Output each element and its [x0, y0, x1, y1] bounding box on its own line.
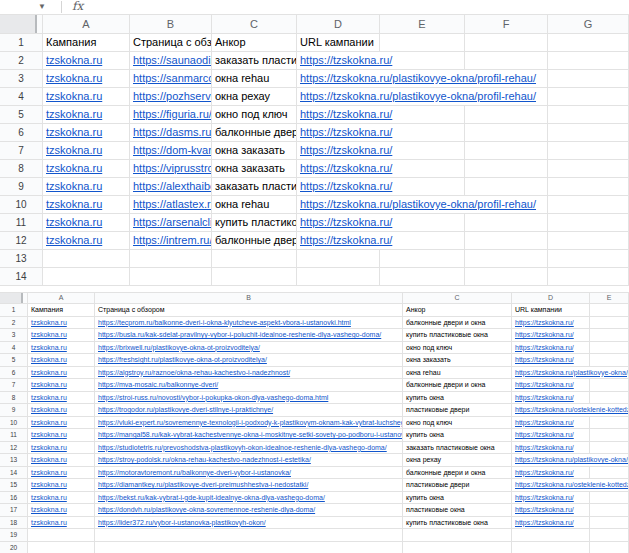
- bottom-cell-link-text[interactable]: https://mva-mosaic.ru/balkonnye-dveri/: [98, 381, 218, 388]
- bottom-cell-C15[interactable]: пластиковые двери: [403, 479, 512, 492]
- bottom-cell-link-text[interactable]: tzskokna.ru: [31, 369, 67, 376]
- top-cell-D4[interactable]: https://tzskokna.ru/plastikovye-okna/pro…: [297, 88, 548, 106]
- bottom-cell-A20[interactable]: [28, 542, 95, 553]
- top-cell-D13[interactable]: [297, 250, 380, 268]
- bottom-cell-B9[interactable]: https://trogodor.ru/plastikovye-dveri-st…: [95, 404, 403, 417]
- bottom-cell-A12[interactable]: tzskokna.ru: [28, 442, 95, 455]
- top-cell-link-text[interactable]: tzskokna.ru: [46, 144, 102, 156]
- top-cell-C12[interactable]: балконные двер: [212, 232, 297, 250]
- bottom-cell-B20[interactable]: [95, 542, 403, 553]
- top-cell-F7[interactable]: [465, 142, 548, 160]
- bottom-cell-link-text[interactable]: https://busla.ru/kak-sdelat-pravilnyy-vy…: [98, 331, 381, 338]
- bottom-cell-A10[interactable]: tzskokna.ru: [28, 417, 95, 430]
- bottom-cell-link-text[interactable]: https://diamantkey.ru/plastikovye-dveri-…: [98, 481, 308, 488]
- bottom-column-header-E[interactable]: E: [590, 293, 629, 304]
- top-cell-E13[interactable]: [380, 250, 465, 268]
- bottom-cell-link-text[interactable]: https://motoravtoremont.ru/balkonnye-dve…: [98, 469, 291, 476]
- bottom-cell-E12[interactable]: [590, 442, 629, 455]
- bottom-cell-link-text[interactable]: https://mangal58.ru/kak-vybrat-kachestve…: [98, 431, 403, 438]
- top-cell-link-text[interactable]: https://tzskokna.ru/: [300, 180, 392, 192]
- top-cell-C2[interactable]: заказать пласти: [212, 52, 297, 70]
- bottom-cell-A7[interactable]: tzskokna.ru: [28, 379, 95, 392]
- bottom-cell-link-text[interactable]: https://tzskokna.ru/: [515, 444, 574, 451]
- bottom-row-header-7[interactable]: 7: [0, 379, 28, 392]
- bottom-column-header-A[interactable]: A: [28, 293, 95, 304]
- top-cell-link-text[interactable]: https://tzskokna.ru/: [300, 162, 392, 174]
- bottom-cell-B11[interactable]: https://mangal58.ru/kak-vybrat-kachestve…: [95, 429, 403, 442]
- bottom-cell-A6[interactable]: tzskokna.ru: [28, 367, 95, 380]
- bottom-cell-link-text[interactable]: https://dondvh.ru/plastikovye-okna-sovre…: [98, 506, 315, 513]
- top-cell-G6[interactable]: [548, 124, 629, 142]
- top-cell-A12[interactable]: tzskokna.ru: [43, 232, 130, 250]
- top-cell-F13[interactable]: [465, 250, 548, 268]
- bottom-column-header-D[interactable]: D: [512, 293, 590, 304]
- bottom-row-header-10[interactable]: 10: [0, 417, 28, 430]
- top-cell-link-text[interactable]: https://tzskokna.ru/: [300, 108, 392, 120]
- bottom-cell-A16[interactable]: tzskokna.ru: [28, 492, 95, 505]
- top-cell-B11[interactable]: https://arsenalcli: [130, 214, 212, 232]
- bottom-column-header-B[interactable]: B: [95, 293, 403, 304]
- bottom-cell-D11[interactable]: https://tzskokna.ru/: [512, 429, 590, 442]
- bottom-select-all-corner[interactable]: [0, 293, 28, 304]
- top-cell-G13[interactable]: [548, 250, 629, 268]
- bottom-cell-E19[interactable]: [590, 529, 629, 542]
- top-cell-link-text[interactable]: https://tzskokna.ru/plastikovye-okna/pro…: [300, 90, 536, 102]
- top-cell-B2[interactable]: https://saunaodis: [130, 52, 212, 70]
- bottom-cell-A1[interactable]: Кампания: [28, 304, 95, 317]
- top-cell-C11[interactable]: купить пластико: [212, 214, 297, 232]
- top-cell-link-text[interactable]: https://atlastex.ru: [133, 198, 212, 210]
- top-cell-D12[interactable]: https://tzskokna.ru/: [297, 232, 465, 250]
- top-cell-A2[interactable]: tzskokna.ru: [43, 52, 130, 70]
- bottom-cell-C16[interactable]: купить окна: [403, 492, 512, 505]
- top-cell-link-text[interactable]: tzskokna.ru: [46, 90, 102, 102]
- bottom-cell-B18[interactable]: https://lider372.ru/vybor-i-ustanovka-pl…: [95, 517, 403, 530]
- bottom-cell-link-text[interactable]: tzskokna.ru: [31, 331, 67, 338]
- top-cell-F12[interactable]: [465, 232, 548, 250]
- bottom-row-header-11[interactable]: 11: [0, 429, 28, 442]
- bottom-cell-C4[interactable]: окно под ключ: [403, 342, 512, 355]
- bottom-cell-link-text[interactable]: https://tzskokna.ru/: [515, 419, 574, 426]
- bottom-cell-B17[interactable]: https://dondvh.ru/plastikovye-okna-sovre…: [95, 504, 403, 517]
- bottom-cell-B8[interactable]: https://stroi-russ.ru/novosti/vybor-i-po…: [95, 392, 403, 405]
- top-cell-F6[interactable]: [465, 124, 548, 142]
- top-cell-link-text[interactable]: tzskokna.ru: [46, 126, 102, 138]
- bottom-cell-link-text[interactable]: tzskokna.ru: [31, 506, 67, 513]
- top-cell-C14[interactable]: [212, 268, 297, 286]
- top-cell-C5[interactable]: окно под ключ: [212, 106, 297, 124]
- top-cell-F2[interactable]: [465, 52, 548, 70]
- top-cell-D7[interactable]: https://tzskokna.ru/: [297, 142, 465, 160]
- top-cell-D14[interactable]: [297, 268, 380, 286]
- top-cell-link-text[interactable]: https://tzskokna.ru/: [300, 216, 392, 228]
- bottom-cell-D1[interactable]: URL кампании: [512, 304, 590, 317]
- bottom-cell-link-text[interactable]: https://trogodor.ru/plastikovye-dveri-st…: [98, 406, 273, 413]
- bottom-cell-A8[interactable]: tzskokna.ru: [28, 392, 95, 405]
- top-cell-link-text[interactable]: https://tzskokna.ru/plastikovye-okna/pro…: [300, 198, 536, 210]
- bottom-cell-D13[interactable]: https://tzskokna.ru/plastikovye-okna/pro…: [512, 454, 629, 467]
- bottom-row-header-17[interactable]: 17: [0, 504, 28, 517]
- top-cell-link-text[interactable]: https://sanmarco: [133, 72, 212, 84]
- top-cell-G5[interactable]: [548, 106, 629, 124]
- top-cell-C8[interactable]: окна заказать: [212, 160, 297, 178]
- top-row-header-8[interactable]: 8: [0, 160, 43, 178]
- bottom-cell-C7[interactable]: балконные двери и окна: [403, 379, 512, 392]
- top-row-header-4[interactable]: 4: [0, 88, 43, 106]
- bottom-cell-C8[interactable]: купить окна: [403, 392, 512, 405]
- top-cell-G8[interactable]: [548, 160, 629, 178]
- bottom-cell-E5[interactable]: [590, 354, 629, 367]
- bottom-cell-E11[interactable]: [590, 429, 629, 442]
- top-cell-A10[interactable]: tzskokna.ru: [43, 196, 130, 214]
- bottom-cell-E14[interactable]: [590, 467, 629, 480]
- top-cell-link-text[interactable]: https://pozhservi: [133, 90, 212, 102]
- bottom-cell-link-text[interactable]: https://tzskokna.ru/: [515, 331, 574, 338]
- bottom-cell-link-text[interactable]: https://tzskokna.ru/osteklenie-kottedzhe…: [515, 481, 629, 488]
- top-cell-F11[interactable]: [465, 214, 548, 232]
- top-cell-link-text[interactable]: https://dom-kvar: [133, 144, 212, 156]
- top-cell-G2[interactable]: [548, 52, 629, 70]
- bottom-cell-B10[interactable]: https://vluki-expert.ru/sovremennye-texn…: [95, 417, 403, 430]
- bottom-cell-link-text[interactable]: tzskokna.ru: [31, 419, 67, 426]
- bottom-cell-A4[interactable]: tzskokna.ru: [28, 342, 95, 355]
- top-column-header-G[interactable]: G: [548, 15, 629, 34]
- bottom-row-header-18[interactable]: 18: [0, 517, 28, 530]
- top-row-header-6[interactable]: 6: [0, 124, 43, 142]
- bottom-cell-D3[interactable]: https://tzskokna.ru/: [512, 329, 590, 342]
